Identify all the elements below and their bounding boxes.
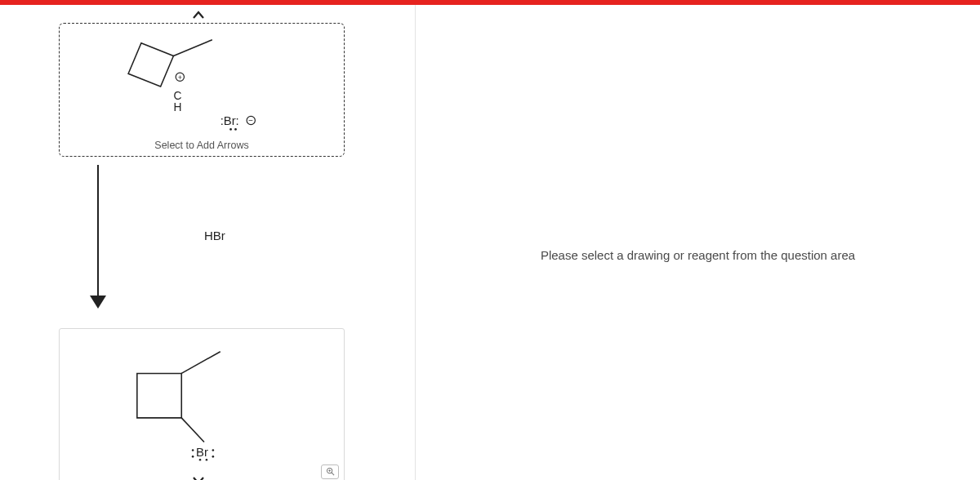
reaction-arrow-head-icon — [90, 296, 106, 309]
svg-point-5 — [234, 128, 237, 131]
bromide-label: :Br: — [220, 114, 239, 127]
svg-marker-0 — [128, 43, 173, 87]
scroll-down-button[interactable] — [191, 473, 206, 480]
scroll-up-button[interactable] — [191, 8, 206, 23]
svg-point-16 — [206, 459, 208, 461]
svg-point-4 — [229, 128, 232, 131]
zoom-button[interactable] — [321, 464, 339, 479]
product-br-label: Br — [196, 446, 208, 459]
svg-text:+: + — [178, 73, 182, 82]
atom-label-h: H — [173, 100, 181, 113]
svg-point-13 — [212, 449, 215, 451]
bromide-charge-icon: − — [247, 116, 255, 125]
svg-point-11 — [192, 449, 194, 451]
placeholder-instruction: Please select a drawing or reagent from … — [416, 248, 980, 262]
chevron-up-icon — [191, 8, 206, 23]
svg-text:−: − — [248, 116, 253, 125]
svg-line-1 — [173, 40, 212, 56]
mechanism-step-card[interactable]: C + H :Br: − Select to Add Arrows — [59, 23, 345, 157]
chevron-down-icon — [191, 473, 206, 480]
card-help-text: Select to Add Arrows — [60, 140, 344, 151]
reagent-label: HBr — [204, 229, 225, 242]
magnifier-icon — [326, 464, 335, 479]
intermediate-structure: C + H :Br: − — [60, 24, 344, 156]
reaction-arrow: HBr — [90, 165, 343, 320]
product-card[interactable]: Br — [59, 328, 345, 480]
reaction-arrow-shaft — [97, 165, 99, 302]
question-area-panel: C + H :Br: − Select to Add Arrows — [0, 5, 415, 480]
svg-line-9 — [181, 352, 220, 374]
carbocation-charge-icon: + — [176, 73, 184, 82]
svg-point-15 — [199, 459, 202, 461]
product-structure: Br — [60, 329, 344, 480]
svg-marker-8 — [137, 373, 181, 417]
svg-line-18 — [331, 473, 333, 475]
svg-point-12 — [192, 456, 194, 458]
svg-line-10 — [181, 418, 204, 442]
answer-area-panel: Please select a drawing or reagent from … — [416, 5, 980, 480]
svg-point-14 — [212, 456, 215, 458]
